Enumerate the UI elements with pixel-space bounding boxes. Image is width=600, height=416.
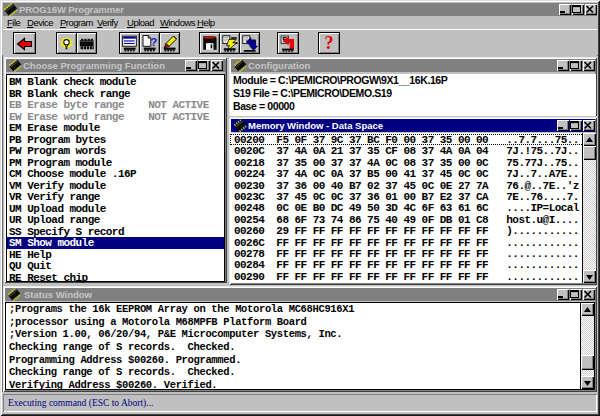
svg-text:?: ? <box>324 34 333 52</box>
svg-text:?: ? <box>150 36 157 48</box>
